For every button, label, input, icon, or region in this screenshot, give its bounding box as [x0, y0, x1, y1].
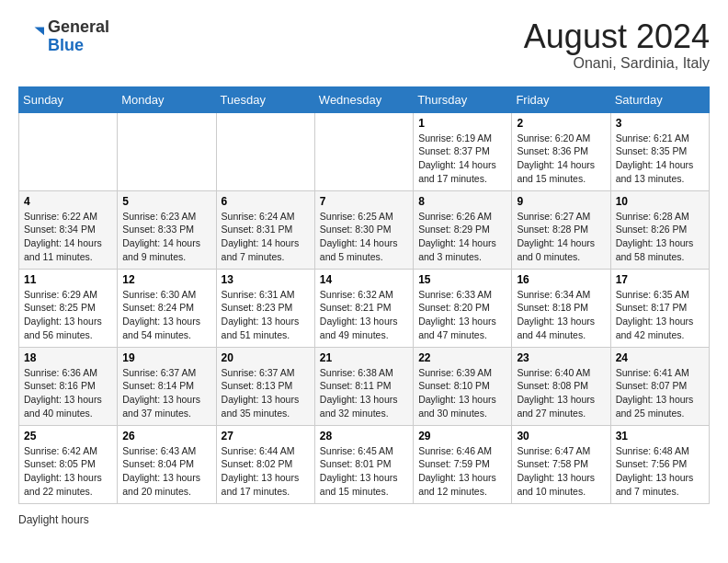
calendar-cell: 26Sunrise: 6:43 AMSunset: 8:04 PMDayligh…: [118, 425, 216, 503]
day-info: Sunrise: 6:22 AMSunset: 8:34 PMDaylight:…: [24, 210, 112, 264]
day-info: Sunrise: 6:38 AMSunset: 8:11 PMDaylight:…: [320, 366, 408, 420]
calendar-cell: 8Sunrise: 6:26 AMSunset: 8:29 PMDaylight…: [414, 190, 512, 269]
calendar-cell: 19Sunrise: 6:37 AMSunset: 8:14 PMDayligh…: [118, 347, 216, 425]
logo-text: General Blue: [48, 18, 109, 55]
day-info: Sunrise: 6:28 AMSunset: 8:26 PMDaylight:…: [616, 210, 704, 264]
day-info: Sunrise: 6:40 AMSunset: 8:08 PMDaylight:…: [517, 366, 605, 420]
day-info: Sunrise: 6:34 AMSunset: 8:18 PMDaylight:…: [517, 288, 605, 342]
logo-general-text: General: [48, 17, 109, 36]
calendar-cell: 18Sunrise: 6:36 AMSunset: 8:16 PMDayligh…: [19, 347, 118, 425]
day-number: 11: [24, 273, 112, 286]
calendar-cell: 14Sunrise: 6:32 AMSunset: 8:21 PMDayligh…: [314, 269, 413, 347]
day-info: Sunrise: 6:42 AMSunset: 8:05 PMDaylight:…: [24, 444, 112, 499]
calendar-cell: 27Sunrise: 6:44 AMSunset: 8:02 PMDayligh…: [216, 425, 314, 503]
weekday-header-friday: Friday: [512, 86, 610, 112]
calendar-cell: [216, 112, 314, 190]
day-number: 2: [517, 117, 605, 130]
day-info: Sunrise: 6:41 AMSunset: 8:07 PMDaylight:…: [616, 366, 704, 420]
day-number: 22: [418, 351, 506, 364]
calendar-cell: 28Sunrise: 6:45 AMSunset: 8:01 PMDayligh…: [314, 425, 413, 503]
day-number: 18: [24, 351, 112, 364]
week-row-1: 1Sunrise: 6:19 AMSunset: 8:37 PMDaylight…: [19, 112, 710, 190]
week-row-3: 11Sunrise: 6:29 AMSunset: 8:25 PMDayligh…: [19, 269, 710, 347]
day-number: 8: [418, 195, 506, 208]
day-number: 27: [222, 430, 310, 442]
title-block: August 2024 Onani, Sardinia, Italy: [524, 18, 710, 72]
page-header: General Blue August 2024 Onani, Sardinia…: [18, 18, 710, 72]
day-number: 13: [222, 273, 310, 286]
calendar-cell: 4Sunrise: 6:22 AMSunset: 8:34 PMDaylight…: [19, 190, 118, 269]
calendar-cell: 23Sunrise: 6:40 AMSunset: 8:08 PMDayligh…: [512, 347, 610, 425]
day-info: Sunrise: 6:32 AMSunset: 8:21 PMDaylight:…: [320, 288, 408, 342]
day-info: Sunrise: 6:47 AMSunset: 7:58 PMDaylight:…: [517, 444, 605, 499]
day-info: Sunrise: 6:25 AMSunset: 8:30 PMDaylight:…: [320, 210, 408, 264]
day-number: 1: [418, 117, 506, 130]
calendar-cell: 7Sunrise: 6:25 AMSunset: 8:30 PMDaylight…: [314, 190, 413, 269]
day-info: Sunrise: 6:44 AMSunset: 8:02 PMDaylight:…: [222, 444, 310, 499]
day-info: Sunrise: 6:35 AMSunset: 8:17 PMDaylight:…: [616, 288, 704, 342]
calendar-cell: 16Sunrise: 6:34 AMSunset: 8:18 PMDayligh…: [512, 269, 610, 347]
day-number: 20: [222, 351, 310, 364]
calendar-cell: 11Sunrise: 6:29 AMSunset: 8:25 PMDayligh…: [19, 269, 118, 347]
weekday-header-saturday: Saturday: [610, 86, 709, 112]
location-subtitle: Onani, Sardinia, Italy: [524, 55, 710, 72]
day-number: 5: [122, 195, 210, 208]
calendar-cell: 21Sunrise: 6:38 AMSunset: 8:11 PMDayligh…: [314, 347, 413, 425]
calendar-cell: 2Sunrise: 6:20 AMSunset: 8:36 PMDaylight…: [512, 112, 610, 190]
day-number: 14: [320, 273, 408, 286]
weekday-header-thursday: Thursday: [414, 86, 512, 112]
day-info: Sunrise: 6:33 AMSunset: 8:20 PMDaylight:…: [418, 288, 506, 342]
day-number: 30: [517, 430, 605, 442]
calendar-cell: 5Sunrise: 6:23 AMSunset: 8:33 PMDaylight…: [118, 190, 216, 269]
day-info: Sunrise: 6:20 AMSunset: 8:36 PMDaylight:…: [517, 132, 605, 186]
day-info: Sunrise: 6:27 AMSunset: 8:28 PMDaylight:…: [517, 210, 605, 264]
day-number: 21: [320, 351, 408, 364]
svg-marker-0: [35, 27, 45, 35]
day-number: 24: [616, 351, 704, 364]
day-info: Sunrise: 6:26 AMSunset: 8:29 PMDaylight:…: [418, 210, 506, 264]
day-info: Sunrise: 6:45 AMSunset: 8:01 PMDaylight:…: [320, 444, 408, 499]
day-info: Sunrise: 6:37 AMSunset: 8:14 PMDaylight:…: [122, 366, 210, 420]
weekday-header-monday: Monday: [118, 86, 216, 112]
day-info: Sunrise: 6:24 AMSunset: 8:31 PMDaylight:…: [222, 210, 310, 264]
calendar-cell: 30Sunrise: 6:47 AMSunset: 7:58 PMDayligh…: [512, 425, 610, 503]
calendar-cell: 10Sunrise: 6:28 AMSunset: 8:26 PMDayligh…: [610, 190, 709, 269]
calendar-cell: 6Sunrise: 6:24 AMSunset: 8:31 PMDaylight…: [216, 190, 314, 269]
calendar-cell: 13Sunrise: 6:31 AMSunset: 8:23 PMDayligh…: [216, 269, 314, 347]
weekday-header-wednesday: Wednesday: [314, 86, 413, 112]
calendar-cell: [118, 112, 216, 190]
calendar-cell: 29Sunrise: 6:46 AMSunset: 7:59 PMDayligh…: [414, 425, 512, 503]
day-info: Sunrise: 6:43 AMSunset: 8:04 PMDaylight:…: [122, 444, 210, 499]
day-number: 6: [222, 195, 310, 208]
calendar-cell: 25Sunrise: 6:42 AMSunset: 8:05 PMDayligh…: [19, 425, 118, 503]
week-row-2: 4Sunrise: 6:22 AMSunset: 8:34 PMDaylight…: [19, 190, 710, 269]
day-number: 31: [616, 430, 704, 442]
day-number: 3: [616, 117, 704, 130]
daylight-hours-label: Daylight hours: [18, 513, 89, 526]
day-number: 25: [24, 430, 112, 442]
calendar-cell: 3Sunrise: 6:21 AMSunset: 8:35 PMDaylight…: [610, 112, 709, 190]
logo: General Blue: [18, 18, 109, 55]
logo-blue-text: Blue: [48, 36, 84, 54]
day-number: 9: [517, 195, 605, 208]
calendar-table: SundayMondayTuesdayWednesdayThursdayFrid…: [18, 86, 710, 504]
day-info: Sunrise: 6:46 AMSunset: 7:59 PMDaylight:…: [418, 444, 506, 499]
day-number: 15: [418, 273, 506, 286]
calendar-cell: 20Sunrise: 6:37 AMSunset: 8:13 PMDayligh…: [216, 347, 314, 425]
weekday-header-sunday: Sunday: [19, 86, 118, 112]
day-number: 16: [517, 273, 605, 286]
calendar-cell: 31Sunrise: 6:48 AMSunset: 7:56 PMDayligh…: [610, 425, 709, 503]
day-number: 19: [122, 351, 210, 364]
weekday-header-tuesday: Tuesday: [216, 86, 314, 112]
calendar-cell: [314, 112, 413, 190]
day-number: 26: [122, 430, 210, 442]
weekday-header-row: SundayMondayTuesdayWednesdayThursdayFrid…: [19, 86, 710, 112]
calendar-cell: 1Sunrise: 6:19 AMSunset: 8:37 PMDaylight…: [414, 112, 512, 190]
day-number: 29: [418, 430, 506, 442]
day-number: 12: [122, 273, 210, 286]
day-info: Sunrise: 6:29 AMSunset: 8:25 PMDaylight:…: [24, 288, 112, 342]
calendar-cell: 9Sunrise: 6:27 AMSunset: 8:28 PMDaylight…: [512, 190, 610, 269]
calendar-cell: 15Sunrise: 6:33 AMSunset: 8:20 PMDayligh…: [414, 269, 512, 347]
day-info: Sunrise: 6:37 AMSunset: 8:13 PMDaylight:…: [222, 366, 310, 420]
day-number: 7: [320, 195, 408, 208]
